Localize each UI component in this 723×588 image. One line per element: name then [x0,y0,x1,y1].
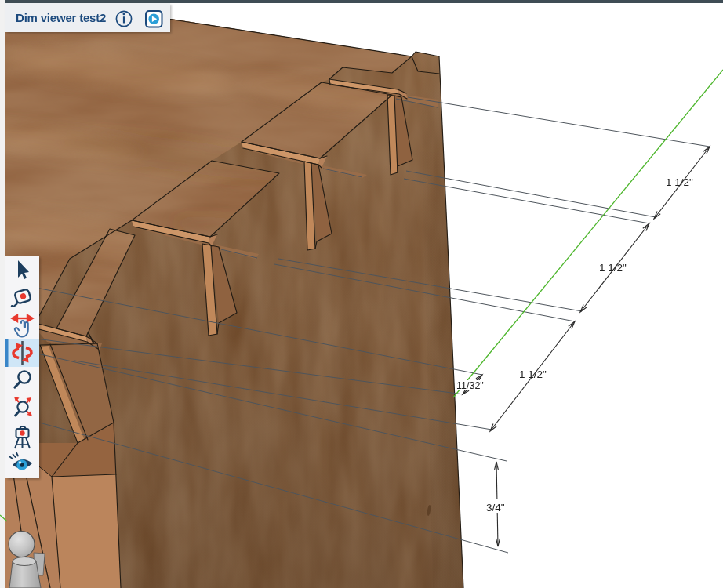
svg-text:3/4": 3/4" [486,502,505,514]
svg-text:1 1/2": 1 1/2" [666,176,693,188]
svg-text:1 1/2": 1 1/2" [519,368,547,380]
svg-text:11/32": 11/32" [456,380,484,391]
svg-text:1 1/2": 1 1/2" [599,262,627,274]
